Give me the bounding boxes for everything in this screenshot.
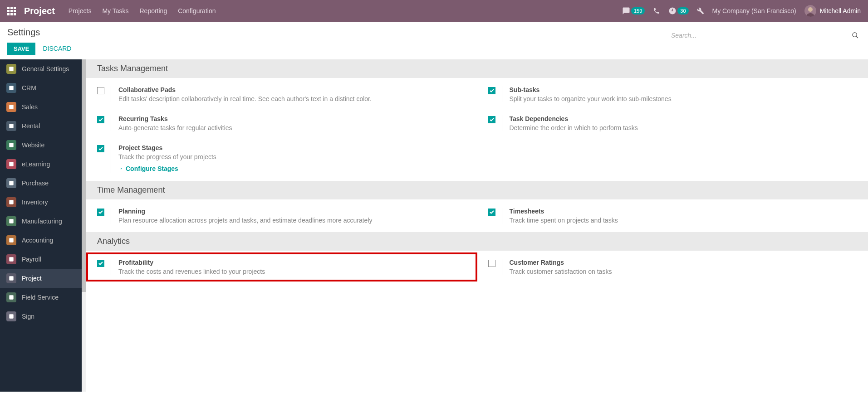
- svg-rect-9: [9, 162, 13, 166]
- setting-profitability: ProfitabilityTrack the costs and revenue…: [86, 252, 477, 281]
- activities-button[interactable]: 30: [668, 7, 688, 15]
- setting-title: Collaborative Pads: [118, 86, 472, 93]
- setting-checkbox[interactable]: [488, 209, 495, 216]
- setting-checkbox[interactable]: [97, 260, 104, 267]
- setting-sub-tasks: Sub-tasksSplit your tasks to organize yo…: [477, 80, 868, 109]
- sidebar-item-label: CRM: [22, 84, 36, 92]
- save-button[interactable]: SAVE: [7, 43, 35, 55]
- phone-button[interactable]: [653, 7, 660, 15]
- messages-button[interactable]: 159: [622, 7, 645, 15]
- setting-checkbox[interactable]: [488, 87, 495, 94]
- sidebar-item-sales[interactable]: Sales: [0, 97, 82, 116]
- setting-customer-ratings: Customer RatingsTrack customer satisfact…: [477, 252, 868, 281]
- app-brand[interactable]: Project: [24, 6, 55, 16]
- setting-desc: Track the progress of your projects: [118, 153, 472, 160]
- discard-button[interactable]: DISCARD: [38, 42, 76, 55]
- sidebar-item-manufacturing[interactable]: Manufacturing: [0, 212, 82, 231]
- sidebar-scrollbar[interactable]: [82, 59, 86, 392]
- nav-reporting[interactable]: Reporting: [139, 7, 167, 15]
- sidebar-item-field-service[interactable]: Field Service: [0, 288, 82, 307]
- sidebar-icon: [6, 102, 16, 112]
- setting-body: Customer RatingsTrack customer satisfact…: [502, 259, 863, 275]
- debug-button[interactable]: [697, 7, 704, 15]
- section-body: ProfitabilityTrack the costs and revenue…: [86, 251, 868, 283]
- section-body: PlanningPlan resource allocation across …: [86, 199, 868, 232]
- section-header: Time Management: [86, 181, 868, 199]
- search-icon[interactable]: [850, 32, 861, 39]
- nav-my-tasks[interactable]: My Tasks: [102, 7, 128, 15]
- setting-title: Recurring Tasks: [118, 115, 472, 122]
- sidebar-item-inventory[interactable]: Inventory: [0, 193, 82, 212]
- sidebar-item-label: eLearning: [22, 160, 50, 168]
- sidebar-item-label: Website: [22, 141, 44, 149]
- section-header: Analytics: [86, 232, 868, 251]
- apps-icon[interactable]: [7, 7, 16, 15]
- setting-checkbox[interactable]: [97, 116, 104, 123]
- sidebar-icon: [6, 83, 16, 93]
- setting-checkbox[interactable]: [97, 145, 104, 152]
- setting-project-stages: Project StagesTrack the progress of your…: [86, 138, 477, 179]
- setting-body: Task DependenciesDetermine the order in …: [502, 115, 863, 131]
- sidebar-icon: [6, 121, 16, 131]
- sidebar-item-payroll[interactable]: Payroll: [0, 250, 82, 269]
- svg-rect-15: [9, 276, 13, 280]
- sidebar-item-rental[interactable]: Rental: [0, 116, 82, 136]
- company-switcher[interactable]: My Company (San Francisco): [712, 7, 796, 15]
- sidebar-item-label: Inventory: [22, 199, 48, 206]
- svg-rect-7: [9, 124, 13, 128]
- section-body: Collaborative PadsEdit tasks' descriptio…: [86, 78, 868, 181]
- setting-desc: Track customer satisfaction on tasks: [510, 268, 863, 275]
- setting-body: Collaborative PadsEdit tasks' descriptio…: [111, 86, 472, 102]
- svg-rect-17: [9, 314, 13, 318]
- setting-title: Planning: [118, 208, 472, 215]
- avatar-icon: [804, 5, 816, 17]
- sidebar-item-website[interactable]: Website: [0, 136, 82, 155]
- sidebar-item-label: Payroll: [22, 256, 41, 263]
- sidebar-item-project[interactable]: Project: [0, 269, 82, 288]
- chat-icon: [622, 7, 630, 15]
- setting-desc: Auto-generate tasks for regular activiti…: [118, 124, 472, 131]
- svg-rect-16: [9, 295, 13, 299]
- setting-checkbox[interactable]: [488, 116, 495, 123]
- nav-configuration[interactable]: Configuration: [178, 7, 216, 15]
- sidebar-icon: [6, 311, 16, 321]
- setting-planning: PlanningPlan resource allocation across …: [86, 201, 477, 230]
- sidebar-icon: [6, 292, 16, 302]
- content: Tasks ManagementCollaborative PadsEdit t…: [86, 59, 868, 392]
- sidebar-item-crm[interactable]: CRM: [0, 78, 82, 97]
- sidebar-item-accounting[interactable]: Accounting: [0, 231, 82, 250]
- setting-title: Customer Ratings: [510, 259, 863, 266]
- setting-body: ProfitabilityTrack the costs and revenue…: [111, 259, 472, 275]
- sidebar-item-sign[interactable]: Sign: [0, 307, 82, 326]
- setting-desc: Determine the order in which to perform …: [510, 124, 863, 131]
- sidebar-item-label: General Settings: [22, 65, 69, 73]
- sidebar-icon: [6, 197, 16, 207]
- svg-point-1: [808, 7, 813, 12]
- setting-checkbox[interactable]: [97, 209, 104, 216]
- setting-checkbox[interactable]: [488, 260, 495, 267]
- svg-rect-14: [9, 257, 13, 261]
- sidebar-icon: [6, 159, 16, 169]
- svg-line-3: [856, 36, 858, 38]
- sidebar-item-purchase[interactable]: Purchase: [0, 174, 82, 193]
- user-name: Mitchell Admin: [820, 7, 861, 15]
- main: General SettingsCRMSalesRentalWebsiteeLe…: [0, 59, 868, 392]
- setting-collaborative-pads: Collaborative PadsEdit tasks' descriptio…: [86, 80, 477, 109]
- sidebar-item-elearning[interactable]: eLearning: [0, 155, 82, 174]
- search-input[interactable]: [670, 30, 850, 41]
- sidebar-item-general-settings[interactable]: General Settings: [0, 59, 82, 78]
- control-panel: Settings SAVE DISCARD: [0, 22, 868, 59]
- search-wrap: [670, 30, 861, 41]
- sidebar-icon: [6, 235, 16, 245]
- sidebar-item-label: Sales: [22, 103, 38, 111]
- setting-checkbox[interactable]: [97, 87, 104, 94]
- topbar-left: Project Projects My Tasks Reporting Conf…: [7, 6, 216, 16]
- setting-desc: Track the costs and revenues linked to y…: [118, 268, 472, 275]
- sidebar-icon: [6, 64, 16, 74]
- setting-link[interactable]: Configure Stages: [118, 165, 178, 172]
- nav-projects[interactable]: Projects: [69, 7, 92, 15]
- user-menu[interactable]: Mitchell Admin: [804, 5, 861, 17]
- sidebar-icon: [6, 178, 16, 188]
- svg-rect-5: [9, 86, 13, 90]
- sidebar-item-label: Field Service: [22, 294, 59, 301]
